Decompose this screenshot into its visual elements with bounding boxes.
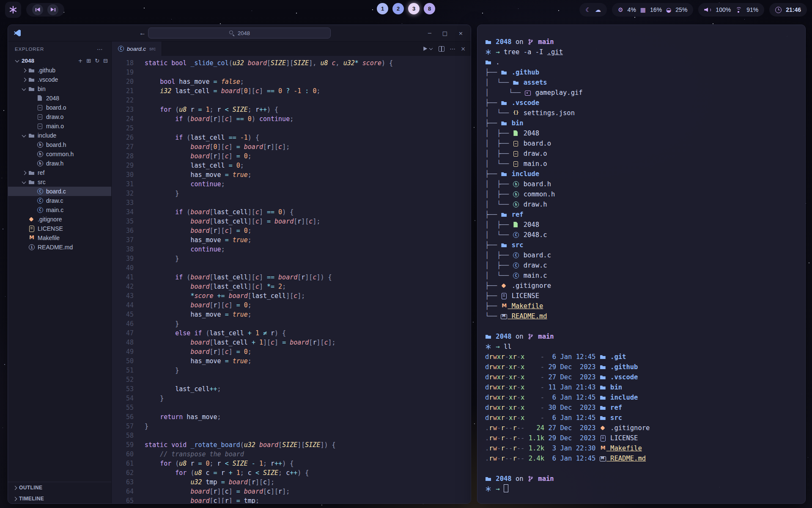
code-line-50: 50 has_move = true; (112, 356, 471, 366)
explorer-item-ref[interactable]: ref (8, 168, 111, 177)
explorer-item-.github[interactable]: .github (8, 66, 111, 75)
chevron-right-icon (21, 67, 28, 73)
explorer-item-main.c[interactable]: main.c (8, 205, 111, 215)
markdown-icon (501, 311, 508, 321)
code-line-59: 59static void _rotate_board(u32 board[SI… (112, 440, 471, 450)
explorer-item-README.md[interactable]: README.md (8, 243, 111, 252)
command-center-search[interactable]: 2048 (148, 28, 331, 39)
code-line-31: 31 continue; (112, 179, 471, 189)
terminal-window[interactable]: 2048 on main → tree -a -I .git .├── .git… (477, 25, 806, 504)
workspace-1[interactable]: 1 (377, 3, 388, 14)
terminal-line: │ └── 2048.c (485, 230, 798, 240)
folder-icon (600, 392, 606, 403)
object-icon (513, 138, 519, 149)
explorer-item-2048[interactable]: 2048 (8, 94, 111, 103)
file-c-icon (513, 250, 519, 260)
code-line-45: 45 has_move = true; (112, 310, 471, 319)
explorer-item-bin[interactable]: bin (8, 84, 111, 94)
terminal-line: │ └── main.o (485, 159, 798, 169)
terminal-line: │ ├── board.o (485, 138, 798, 149)
terminal-cursor (504, 484, 508, 492)
terminal-line: │ ├── board.h (485, 179, 798, 189)
minimize-button[interactable]: ─ (428, 30, 431, 36)
more-actions-button[interactable]: ⋯ (450, 45, 455, 52)
terminal-line: │ ├── draw.c (485, 260, 798, 271)
code-line-28: 28 board[r][c] = 0; (112, 152, 471, 161)
skip-forward-button[interactable] (47, 4, 58, 15)
explorer-item-board.h[interactable]: board.h (8, 140, 111, 149)
folder-icon (600, 403, 606, 413)
code-line-57: 57} (112, 422, 471, 431)
explorer-sidebar: EXPLORER ⋯ 2048 + ⊞ ↻ ⊟ .github.vscodebi… (8, 41, 112, 504)
close-button[interactable]: × (458, 30, 463, 36)
terminal-line: ├── .gitignore (485, 281, 798, 291)
chevron-down-icon (429, 46, 433, 52)
markdown-icon (600, 453, 606, 464)
audio-network-widget[interactable]: 100% 91% (698, 3, 764, 17)
run-button[interactable] (422, 46, 433, 52)
snowflake-icon (485, 484, 492, 494)
explorer-root-folder[interactable]: 2048 + ⊞ ↻ ⊟ (8, 55, 111, 66)
explorer-item-draw.o[interactable]: draw.o (8, 112, 111, 121)
launcher-button[interactable] (5, 2, 21, 18)
weather-widget[interactable]: ☾ ☁ (579, 3, 607, 17)
git-icon (501, 281, 508, 291)
close-editor-button[interactable]: × (461, 45, 466, 52)
new-file-button[interactable]: + (78, 58, 82, 64)
new-folder-button[interactable]: ⊞ (86, 58, 91, 64)
folder-icon (600, 372, 606, 382)
code-line-55: 55 (112, 403, 471, 412)
explorer-item-.gitignore[interactable]: .gitignore (8, 215, 111, 224)
nav-back-button[interactable]: ← (139, 29, 146, 37)
code-line-24: 24 if (board[r][c] == 0) continue; (112, 114, 471, 124)
terminal-body[interactable]: 2048 on main → tree -a -I .git .├── .git… (477, 25, 805, 503)
explorer-tree: .github.vscodebin2048board.odraw.omain.o… (8, 66, 111, 482)
code-line-19: 19 (112, 68, 471, 77)
explorer-item-LICENSE[interactable]: LICENSE (8, 224, 111, 233)
terminal-line: drwxr-xr-x - 30 Dec 2023 ref (485, 403, 798, 413)
folder-icon (485, 57, 492, 67)
memory-value: 16% (650, 6, 662, 13)
workspace-2[interactable]: 2 (392, 3, 404, 14)
explorer-item-common.h[interactable]: common.h (8, 149, 111, 159)
skip-forward-icon (50, 7, 56, 13)
maximize-button[interactable]: □ (442, 30, 447, 36)
clock-widget[interactable]: 21:46 (769, 3, 807, 17)
explorer-item-label: .gitignore (38, 216, 62, 223)
editor-code[interactable]: 18static bool _slide_col(u32 board[SIZE]… (112, 56, 471, 504)
folder-icon (501, 67, 508, 77)
explorer-item-src[interactable]: src (8, 177, 111, 187)
folder-icon (501, 240, 508, 250)
explorer-item-board.c[interactable]: board.c (8, 187, 111, 196)
tab-board-c[interactable]: board.c src (112, 41, 162, 56)
workspace-3[interactable]: 3 (408, 3, 420, 14)
search-value: 2048 (238, 30, 250, 36)
explorer-item-draw.c[interactable]: draw.c (8, 196, 111, 205)
explorer-item-include[interactable]: include (8, 131, 111, 140)
explorer-item-draw.h[interactable]: draw.h (8, 159, 111, 168)
code-line-54: 54 } (112, 394, 471, 403)
explorer-item-.vscode[interactable]: .vscode (8, 75, 111, 84)
explorer-more-button[interactable]: ⋯ (94, 45, 105, 53)
file-h-icon (37, 151, 43, 157)
code-line-27: 27 board[0][c] = board[r][c]; (112, 142, 471, 152)
split-editor-button[interactable] (438, 46, 444, 52)
code-line-62: 62 for (u8 c = r + 1; c < SIZE; c++) { (112, 468, 471, 478)
explorer-item-Makefile[interactable]: Makefile (8, 233, 111, 243)
explorer-item-main.o[interactable]: main.o (8, 121, 111, 131)
code-line-65: 65 board[c][r] = tmp; (112, 496, 471, 504)
timeline-panel[interactable]: TIMELINE (8, 493, 111, 504)
collapse-folders-button[interactable]: ⊟ (103, 58, 108, 64)
code-line-44: 44 board[r][c] = 0; (112, 301, 471, 310)
code-line-39: 39 } (112, 254, 471, 263)
explorer-item-board.o[interactable]: board.o (8, 103, 111, 112)
code-line-33: 33 (112, 198, 471, 207)
refresh-explorer-button[interactable]: ↻ (95, 58, 99, 64)
chevron-spacer (29, 105, 37, 110)
terminal-line: │ ├── board.c (485, 250, 798, 260)
code-line-32: 32 } (112, 189, 471, 198)
code-line-20: 20 bool has_move = false; (112, 77, 471, 86)
skip-back-button[interactable] (32, 4, 43, 15)
workspace-8[interactable]: 8 (424, 3, 435, 14)
outline-panel[interactable]: OUTLINE (8, 482, 111, 493)
